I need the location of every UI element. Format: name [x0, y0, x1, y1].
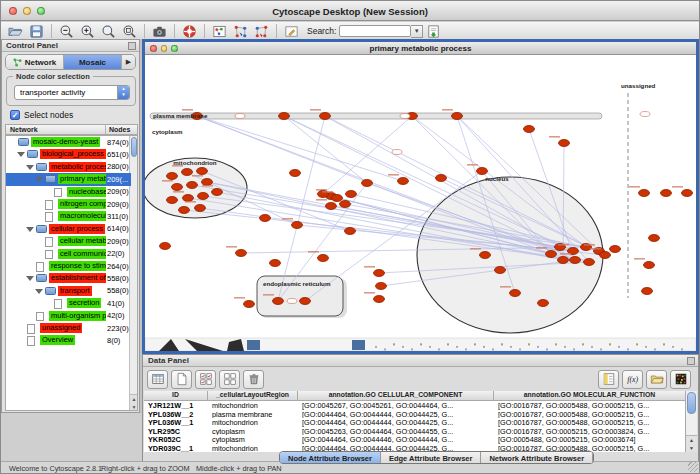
- cell[interactable]: cytoplasm: [208, 427, 298, 436]
- table-row-ykr052c[interactable]: YKR052Ccytoplasm[GO:0044464, GO:0044446,…: [144, 435, 686, 444]
- tree-row-macromolecule[interactable]: macromolecule311(0): [6, 210, 131, 222]
- search-dropdown-button[interactable]: ▼: [411, 25, 423, 38]
- network-node[interactable]: [682, 190, 693, 197]
- cell[interactable]: [GO:0016787, GO:0005215, GO:0003824, G..…: [494, 427, 686, 436]
- search-input[interactable]: [339, 25, 411, 37]
- help-button[interactable]: [180, 23, 199, 40]
- cell[interactable]: [GO:0045267, GO:0045261, GO:0044464, G..…: [298, 401, 494, 410]
- network-node[interactable]: [300, 298, 311, 305]
- network-node[interactable]: [326, 203, 337, 210]
- network-node[interactable]: [661, 190, 672, 197]
- snapshot-button[interactable]: [150, 23, 169, 40]
- cell[interactable]: [GO:0044464, GO:0044446, GO:0044444, G..…: [298, 435, 494, 444]
- tree-row-mosaic-demo-yeast[interactable]: mosaic-demo-yeast874(0): [6, 136, 131, 148]
- disclosure-triangle-icon[interactable]: [17, 152, 25, 157]
- network-node[interactable]: [260, 215, 271, 222]
- tree-row-secretion[interactable]: secretion41(0): [6, 297, 131, 309]
- cell[interactable]: YKR052C: [144, 435, 208, 444]
- tree-row-cell-communicat[interactable]: cell communicat22(0): [6, 248, 131, 260]
- column-header-annotation-go-molecular-function[interactable]: annotation.GO MOLECULAR_FUNCTION: [494, 391, 686, 401]
- network-node[interactable]: [644, 262, 655, 269]
- network-node[interactable]: [270, 260, 281, 267]
- annotation-button[interactable]: [282, 23, 301, 40]
- cell[interactable]: YJR121W__1: [144, 401, 208, 410]
- tree-row-cellular-metabo[interactable]: cellular metabo209(0): [6, 235, 131, 247]
- tab-mosaic[interactable]: Mosaic: [64, 55, 122, 69]
- data-panel-scrollbar-thumb[interactable]: [687, 392, 696, 414]
- tree-scrollbar-arrows[interactable]: ▲▼: [130, 394, 138, 410]
- cell[interactable]: mitochondrion: [208, 401, 298, 410]
- table-row-ypl036w-1[interactable]: YPL036W__1mitochondrion[GO:0044464, GO:0…: [144, 418, 686, 427]
- network-node[interactable]: [172, 184, 183, 191]
- network-node[interactable]: [642, 288, 653, 295]
- network-node[interactable]: [292, 222, 303, 229]
- cell[interactable]: [GO:0016787, GO:0005488, GO:0005215, G..…: [494, 401, 686, 410]
- cell[interactable]: YDR039C__1: [144, 444, 208, 453]
- network-node[interactable]: [197, 168, 208, 175]
- network-node[interactable]: [183, 195, 194, 202]
- network-node[interactable]: [436, 175, 447, 182]
- data-panel-scrollbar-arrows[interactable]: ▲▼: [686, 435, 697, 452]
- column-header-id[interactable]: ID: [144, 391, 208, 401]
- function-builder-button[interactable]: f(x): [622, 370, 643, 389]
- new-attribute-button[interactable]: [171, 370, 192, 389]
- network-node[interactable]: [610, 246, 621, 253]
- cell[interactable]: [GO:0016787, GO:0005488, GO:0005215, G..…: [494, 418, 686, 427]
- network-node[interactable]: [570, 257, 581, 264]
- cell[interactable]: [GO:0016787, GO:0005488, GO:0005215, G..…: [494, 410, 686, 419]
- open-button[interactable]: [6, 23, 25, 40]
- zoom-in-button[interactable]: [78, 23, 97, 40]
- network-node[interactable]: [495, 267, 506, 274]
- table-row-yjr121w-1[interactable]: YJR121W__1mitochondrion[GO:0045267, GO:0…: [144, 401, 686, 410]
- disclosure-triangle-icon[interactable]: [26, 276, 34, 281]
- network-node[interactable]: [538, 300, 549, 307]
- apply-layout-2-button[interactable]: [252, 23, 271, 40]
- network-node[interactable]: [584, 259, 595, 266]
- cell[interactable]: [GO:0005488, GO:0005215, GO:0003674]: [494, 435, 686, 444]
- tab-network-attribute-browser[interactable]: Network Attribute Browser: [481, 452, 593, 463]
- column-nodes[interactable]: Nodes: [106, 125, 137, 134]
- network-node[interactable]: [600, 252, 611, 259]
- table-row-ylr295c[interactable]: YLR295Ccytoplasm[GO:0045263, GO:0044464,…: [144, 427, 686, 436]
- delete-attribute-button[interactable]: [243, 370, 264, 389]
- tree-row-primary-metabo[interactable]: primary metabo209(...: [6, 173, 131, 185]
- network-node[interactable]: [187, 182, 198, 189]
- tree-row-transport[interactable]: transport558(0): [6, 285, 131, 297]
- zoom-out-button[interactable]: [57, 23, 76, 40]
- network-node[interactable]: [202, 179, 213, 186]
- node-color-dropdown[interactable]: transporter activity ▲▼: [14, 85, 130, 100]
- tree-row-metabolic-process[interactable]: metabolic process280(0): [6, 161, 131, 173]
- network-node[interactable]: [195, 205, 206, 212]
- network-node[interactable]: [160, 243, 171, 250]
- apply-layout-1-button[interactable]: [231, 23, 250, 40]
- network-node[interactable]: [279, 113, 290, 120]
- save-button[interactable]: [27, 23, 46, 40]
- cell[interactable]: YPL036W__1: [144, 418, 208, 427]
- matrix-view-button[interactable]: [670, 370, 691, 389]
- tree-row-multi-organism-pro[interactable]: multi-organism pro42(0): [6, 310, 131, 322]
- network-node[interactable]: [182, 169, 193, 176]
- select-attributes-button[interactable]: [195, 370, 216, 389]
- data-panel-float-icon[interactable]: [687, 357, 695, 365]
- network-node[interactable]: [510, 290, 521, 297]
- cell[interactable]: plasma membrane: [208, 410, 298, 419]
- network-node[interactable]: [559, 140, 570, 147]
- disclosure-triangle-icon[interactable]: [26, 227, 34, 232]
- network-overview-button[interactable]: [210, 23, 229, 40]
- network-node[interactable]: [320, 113, 331, 120]
- network-node[interactable]: [376, 283, 387, 290]
- network-node[interactable]: [477, 168, 488, 175]
- network-node[interactable]: [212, 189, 223, 196]
- network-node[interactable]: [318, 255, 329, 262]
- network-node[interactable]: [374, 270, 385, 277]
- network-node[interactable]: [236, 250, 247, 257]
- disclosure-triangle-icon[interactable]: [35, 177, 43, 182]
- tab-overflow-button[interactable]: ▶: [122, 55, 135, 69]
- network-node[interactable]: [346, 191, 357, 198]
- network-canvas[interactable]: plasma membranecytoplasmmitochondrionnuc…: [145, 55, 696, 351]
- network-node[interactable]: [546, 251, 557, 258]
- column-network[interactable]: Network: [6, 125, 106, 134]
- cell[interactable]: [GO:0044464, GO:0044444, GO:0044425, G..…: [298, 418, 494, 427]
- network-node[interactable]: [198, 193, 209, 200]
- network-node[interactable]: [179, 207, 190, 214]
